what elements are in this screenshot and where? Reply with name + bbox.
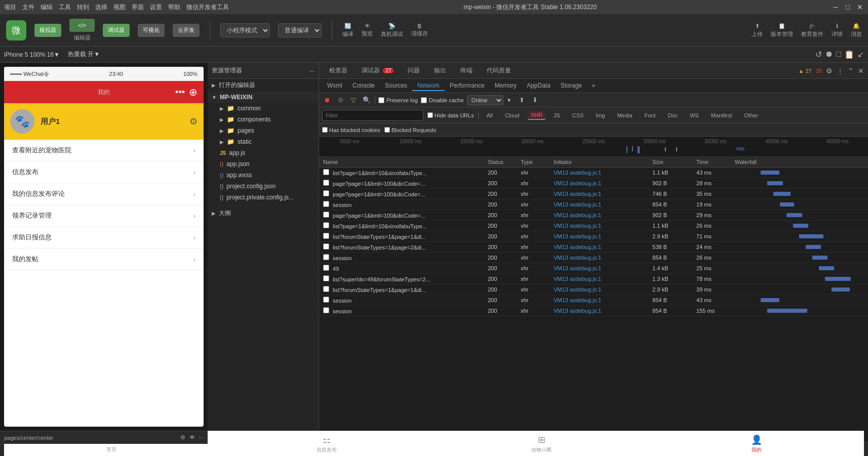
file-tree-more[interactable]: ··· [309, 67, 314, 74]
blocked-requests-checkbox[interactable] [384, 127, 390, 133]
app-json-file[interactable]: {} app.json [208, 158, 319, 170]
row-checkbox[interactable] [323, 222, 329, 228]
devtools-settings-icon[interactable]: ⚙ [826, 67, 833, 75]
cursor-icon[interactable]: ↙ [857, 50, 864, 59]
detail-btn[interactable]: ℹ 详情 [832, 23, 843, 38]
phone-menu-item-4[interactable]: 领养记录管理 › [4, 205, 204, 227]
real-debug-btn[interactable]: 📡 真机调试 [381, 23, 403, 38]
path-more-icon[interactable]: ··· [199, 434, 204, 441]
menu-item-settings[interactable]: 设置 [150, 3, 162, 12]
export-icon[interactable]: ⬇ [530, 95, 540, 105]
filter-manifest[interactable]: Manifest [707, 111, 736, 119]
panel-tab-network[interactable]: Network [412, 81, 445, 91]
phone-share-icon[interactable]: ⊕ [189, 86, 198, 98]
row-checkbox[interactable] [323, 286, 329, 292]
phone-menu-item-6[interactable]: 我的发帖 › [4, 248, 204, 270]
preserve-log-label[interactable]: Preserve log [378, 97, 418, 103]
filter-font[interactable]: Font [641, 111, 660, 119]
panel-tab-sources[interactable]: Sources [380, 81, 412, 91]
project-private-file[interactable]: {} project.private.config.js... [208, 192, 319, 203]
disable-cache-checkbox[interactable] [421, 97, 427, 103]
clear-cache-btn[interactable]: 🗑 清缓存 [411, 23, 428, 37]
maximize-btn[interactable]: □ [844, 3, 852, 11]
record-btn[interactable]: ⏺ [322, 95, 332, 105]
filter-other[interactable]: Other [740, 111, 763, 119]
menu-item-devtools[interactable]: 微信开发者工具 [186, 3, 229, 12]
phone-menu-icon[interactable]: ••• [175, 87, 185, 98]
panel-tab-memory[interactable]: Memory [490, 81, 522, 91]
path-settings-icon[interactable]: ⚙ [180, 434, 185, 441]
open-editors-section[interactable]: ▶ 打开的编辑器 [208, 79, 319, 92]
phone-settings-icon[interactable]: ⚙ [189, 116, 198, 127]
filter-input[interactable] [322, 110, 423, 121]
filter-all[interactable]: All [483, 111, 497, 119]
panel-tab-wxml[interactable]: Wxml [322, 81, 347, 91]
filter-xhr[interactable]: XHR [528, 111, 545, 120]
menu-item-goto[interactable]: 转到 [77, 3, 89, 12]
row-checkbox[interactable] [323, 254, 329, 260]
disable-cache-label[interactable]: Disable cache [421, 97, 464, 103]
filter-js[interactable]: JS [549, 111, 564, 119]
debugger-btn[interactable]: 调试器 [103, 24, 130, 37]
copy-icon[interactable]: 📋 [844, 50, 854, 59]
simulator-btn[interactable]: 模拟器 [34, 24, 61, 37]
phone-menu-item-2[interactable]: 信息发布 › [4, 161, 204, 183]
filter-media[interactable]: Media [613, 111, 637, 119]
panel-tab-console[interactable]: Console [347, 81, 380, 91]
panel-tab-appdata[interactable]: AppData [522, 81, 556, 91]
hot-reload[interactable]: 热重载 开▼ [68, 50, 100, 59]
import-icon[interactable]: ⬆ [517, 95, 527, 105]
tab-issues[interactable]: 问题 [402, 64, 426, 77]
menu-item-tools[interactable]: 工具 [59, 3, 71, 12]
edu-btn[interactable]: 🎓 教育套件 [801, 23, 823, 38]
project-config-file[interactable]: {} project.config.json [208, 181, 319, 192]
hide-data-urls-label[interactable]: Hide data URLs [427, 112, 474, 118]
message-btn[interactable]: 🔔 消息 [851, 23, 862, 38]
app-wxss-file[interactable]: {} app.wxss [208, 170, 319, 181]
filter-cloud[interactable]: Cloud [501, 111, 524, 119]
components-folder[interactable]: ▶ 📁 components [208, 114, 319, 125]
preserve-log-checkbox[interactable] [378, 97, 384, 103]
table-row[interactable]: session 200 xhr VM13 asdebug.js:1 854 B … [319, 306, 868, 316]
filter-doc[interactable]: Doc [664, 111, 682, 119]
row-checkbox[interactable] [323, 233, 329, 239]
common-folder[interactable]: ▶ 📁 common [208, 103, 319, 114]
menu-item-select[interactable]: 选择 [95, 3, 107, 12]
panel-tab-more[interactable]: » [587, 81, 601, 91]
expand-icon[interactable]: ▼ [506, 97, 512, 103]
hide-data-urls-checkbox[interactable] [427, 112, 433, 118]
panel-tab-performance[interactable]: Performance [445, 81, 490, 91]
menu-item-edit[interactable]: 编辑 [41, 3, 53, 12]
version-btn[interactable]: 📋 版本管理 [771, 23, 793, 38]
table-row[interactable]: list?forumStateTypes=1&page=1&di... 200 … [319, 231, 868, 242]
row-checkbox[interactable] [323, 275, 329, 281]
stop-btn[interactable]: ⊘ [335, 95, 345, 105]
path-eye-icon[interactable]: 👁 [189, 434, 195, 441]
tab-console[interactable]: 调试器 27 [356, 64, 400, 77]
row-checkbox[interactable] [323, 297, 329, 303]
tab-inspect[interactable]: 检查器 [323, 64, 353, 77]
menu-item-file[interactable]: 文件 [22, 3, 34, 12]
phone-menu-item-5[interactable]: 求助日报信息 › [4, 227, 204, 248]
app-js-file[interactable]: JS app.js [208, 147, 319, 158]
row-checkbox[interactable] [323, 212, 329, 218]
preview-btn[interactable]: 👁 预览 [362, 23, 373, 37]
row-checkbox[interactable] [323, 265, 329, 271]
menu-item-help[interactable]: 帮助 [168, 3, 180, 12]
filter-icon[interactable]: ▽ [348, 95, 359, 105]
phone-menu-item-3[interactable]: 我的信息发布评论 › [4, 183, 204, 205]
table-row[interactable]: 49 200 xhr VM13 asdebug.js:1 1.4 kB 25 m… [319, 263, 868, 274]
throttle-select[interactable]: Online Fast 3G Slow 3G Offline [467, 95, 503, 105]
has-blocked-cookies-label[interactable]: Has blocked cookies [322, 127, 380, 133]
row-checkbox[interactable] [323, 201, 329, 207]
editor-btn[interactable]: </> [69, 19, 95, 32]
menu-item-interface[interactable]: 界面 [132, 3, 144, 12]
row-checkbox[interactable] [323, 307, 329, 313]
cloud-btn[interactable]: 云开发 [173, 24, 200, 37]
phone-menu-item-1[interactable]: 查看附近的宠物医院 › [4, 140, 204, 161]
table-row[interactable]: list?page=1&limit=10&xinxifabuType... 20… [319, 221, 868, 231]
minimize-btn[interactable]: ─ [832, 3, 840, 11]
tab-codequality[interactable]: 代码质量 [481, 64, 517, 77]
compile-btn[interactable]: 🔄 编译 [342, 23, 353, 38]
close-btn[interactable]: ✕ [856, 3, 864, 11]
